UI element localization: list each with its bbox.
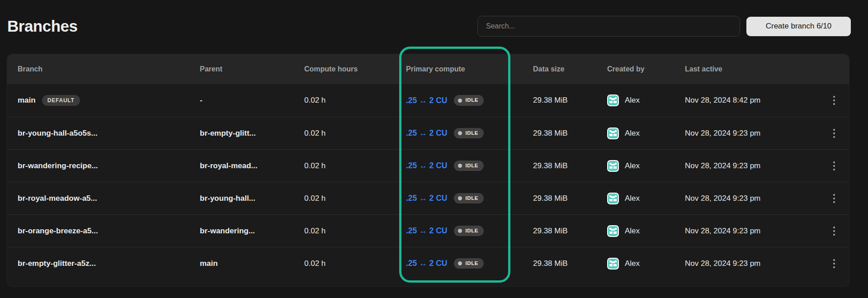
branch-name: br-empty-glitter-a5z... <box>18 259 96 268</box>
branch-cell: br-royal-meadow-a5... <box>18 194 200 203</box>
status-label: IDLE <box>465 196 478 201</box>
last-active: Nov 28, 2024 9:23 pm <box>685 129 827 138</box>
row-menu-kebab-icon[interactable] <box>827 189 841 208</box>
last-active: Nov 28, 2024 9:23 pm <box>685 161 827 170</box>
branch-name: br-royal-meadow-a5... <box>18 194 97 203</box>
branch-name: br-wandering-recipe... <box>18 161 98 170</box>
creator-name: Alex <box>625 129 640 138</box>
status-label: IDLE <box>465 163 478 169</box>
compute-size-range: .25 ↔ 2 CU <box>406 96 447 105</box>
last-active: Nov 28, 2024 9:23 pm <box>685 194 827 203</box>
compute-status-badge: IDLE <box>454 128 484 139</box>
compute-hours: 0.02 h <box>304 194 406 203</box>
avatar <box>607 160 619 172</box>
created-by-cell: Alex <box>607 95 685 106</box>
parent-branch: br-wandering... <box>200 227 304 236</box>
parent-branch: br-young-hall... <box>200 194 304 203</box>
data-size: 29.38 MiB <box>533 96 607 105</box>
compute-size-range: .25 ↔ 2 CU <box>406 128 447 138</box>
creator-name: Alex <box>625 259 640 268</box>
last-active: Nov 28, 2024 9:23 pm <box>685 259 827 268</box>
created-by-cell: Alex <box>607 160 685 172</box>
parent-branch: - <box>200 96 304 105</box>
topbar: Branches Create branch 6/10 <box>0 0 868 43</box>
table-row[interactable]: br-empty-glitter-a5z... main 0.02 h .25 … <box>7 247 849 279</box>
compute-status-badge: IDLE <box>454 226 484 237</box>
parent-branch: main <box>200 259 304 268</box>
parent-branch: br-royal-mead... <box>200 161 304 170</box>
status-dot-icon <box>458 229 462 233</box>
column-header-data-size: Data size <box>533 65 607 73</box>
status-label: IDLE <box>465 131 478 136</box>
row-menu-kebab-icon[interactable] <box>827 124 841 142</box>
compute-hours: 0.02 h <box>304 96 406 105</box>
created-by-cell: Alex <box>607 193 685 204</box>
column-header-parent: Parent <box>200 65 304 73</box>
primary-compute-cell: .25 ↔ 2 CU IDLE <box>406 161 533 171</box>
creator-name: Alex <box>625 227 640 236</box>
last-active: Nov 28, 2024 9:23 pm <box>685 227 827 236</box>
status-dot-icon <box>458 164 462 168</box>
primary-compute-cell: .25 ↔ 2 CU IDLE <box>406 226 533 237</box>
avatar <box>607 225 619 237</box>
create-branch-button[interactable]: Create branch 6/10 <box>746 17 851 36</box>
compute-status-badge: IDLE <box>454 161 484 171</box>
row-menu-kebab-icon[interactable] <box>827 255 841 273</box>
status-dot-icon <box>458 196 462 200</box>
branch-cell: br-orange-breeze-a5... <box>18 227 200 236</box>
compute-hours: 0.02 h <box>304 227 406 236</box>
data-size: 29.38 MiB <box>533 161 607 170</box>
creator-name: Alex <box>625 96 640 105</box>
column-header-created-by: Created by <box>607 65 685 73</box>
primary-compute-cell: .25 ↔ 2 CU IDLE <box>406 193 533 204</box>
table-row[interactable]: br-orange-breeze-a5... br-wandering... 0… <box>7 214 849 247</box>
primary-compute-cell: .25 ↔ 2 CU IDLE <box>406 128 533 139</box>
creator-name: Alex <box>625 194 640 203</box>
compute-hours: 0.02 h <box>304 259 406 268</box>
default-badge: DEFAULT <box>42 95 80 106</box>
avatar <box>607 95 619 106</box>
branch-name: br-young-hall-a5o5s... <box>18 129 98 138</box>
column-header-primary-compute: Primary compute <box>406 65 533 73</box>
table-row[interactable]: br-young-hall-a5o5s... br-empty-glitt...… <box>7 117 849 149</box>
compute-hours: 0.02 h <box>304 161 406 170</box>
status-dot-icon <box>458 131 462 135</box>
branches-table: Branch Parent Compute hours Primary comp… <box>7 54 849 287</box>
created-by-cell: Alex <box>607 258 685 270</box>
created-by-cell: Alex <box>607 128 685 139</box>
compute-size-range: .25 ↔ 2 CU <box>406 161 447 170</box>
table-header-row: Branch Parent Compute hours Primary comp… <box>7 54 849 84</box>
data-size: 29.38 MiB <box>533 129 607 138</box>
compute-status-badge: IDLE <box>454 95 484 106</box>
table-row[interactable]: br-royal-meadow-a5... br-young-hall... 0… <box>7 182 849 214</box>
column-header-branch: Branch <box>18 65 200 73</box>
compute-hours: 0.02 h <box>304 129 406 138</box>
parent-branch: br-empty-glitt... <box>200 129 304 138</box>
compute-status-badge: IDLE <box>454 258 484 269</box>
primary-compute-cell: .25 ↔ 2 CU IDLE <box>406 95 533 106</box>
compute-size-range: .25 ↔ 2 CU <box>406 226 447 236</box>
status-dot-icon <box>458 261 462 265</box>
primary-compute-cell: .25 ↔ 2 CU IDLE <box>406 258 533 269</box>
branch-cell: br-empty-glitter-a5z... <box>18 259 200 268</box>
search-input[interactable] <box>477 16 740 37</box>
row-menu-kebab-icon[interactable] <box>827 91 841 109</box>
status-dot-icon <box>458 99 462 103</box>
data-size: 29.38 MiB <box>533 259 607 268</box>
table-row[interactable]: main DEFAULT - 0.02 h .25 ↔ 2 CU IDLE 29… <box>7 84 849 117</box>
avatar <box>607 128 619 139</box>
table-body: main DEFAULT - 0.02 h .25 ↔ 2 CU IDLE 29… <box>7 84 849 279</box>
branch-cell: br-young-hall-a5o5s... <box>18 129 200 138</box>
page-title: Branches <box>7 17 471 35</box>
branch-name: main <box>18 96 36 105</box>
last-active: Nov 28, 2024 8:42 pm <box>685 96 827 105</box>
creator-name: Alex <box>625 161 640 170</box>
status-label: IDLE <box>465 98 478 103</box>
status-label: IDLE <box>465 261 478 266</box>
row-menu-kebab-icon[interactable] <box>827 157 841 175</box>
status-label: IDLE <box>465 228 478 234</box>
row-menu-kebab-icon[interactable] <box>827 222 841 240</box>
table-row[interactable]: br-wandering-recipe... br-royal-mead... … <box>7 149 849 182</box>
data-size: 29.38 MiB <box>533 227 607 236</box>
data-size: 29.38 MiB <box>533 194 607 203</box>
